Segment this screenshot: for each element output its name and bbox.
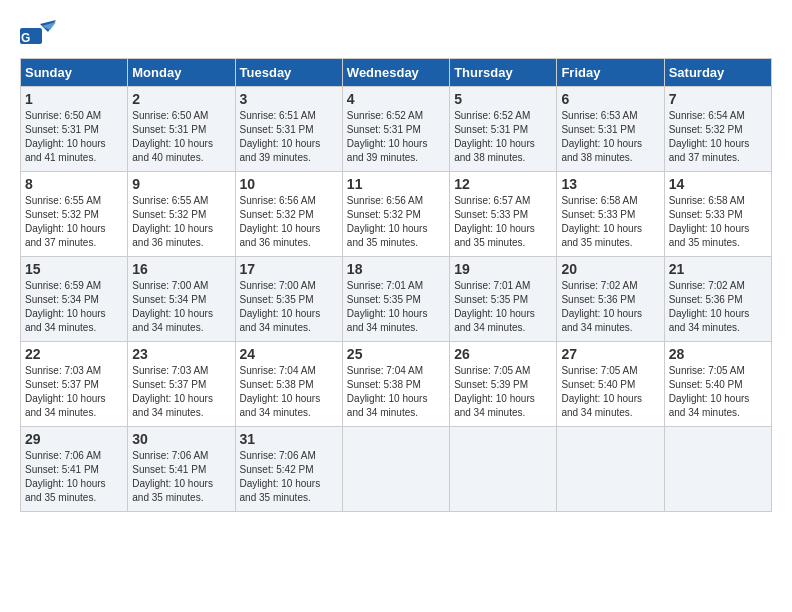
day-number: 19 (454, 261, 552, 277)
calendar-cell: 20 Sunrise: 7:02 AMSunset: 5:36 PMDaylig… (557, 257, 664, 342)
day-number: 15 (25, 261, 123, 277)
calendar-cell: 3 Sunrise: 6:51 AMSunset: 5:31 PMDayligh… (235, 87, 342, 172)
calendar-cell: 4 Sunrise: 6:52 AMSunset: 5:31 PMDayligh… (342, 87, 449, 172)
day-info: Sunrise: 6:58 AMSunset: 5:33 PMDaylight:… (669, 195, 750, 248)
calendar-cell: 23 Sunrise: 7:03 AMSunset: 5:37 PMDaylig… (128, 342, 235, 427)
day-number: 17 (240, 261, 338, 277)
calendar-cell: 30 Sunrise: 7:06 AMSunset: 5:41 PMDaylig… (128, 427, 235, 512)
day-number: 6 (561, 91, 659, 107)
day-number: 20 (561, 261, 659, 277)
day-number: 28 (669, 346, 767, 362)
day-info: Sunrise: 7:06 AMSunset: 5:42 PMDaylight:… (240, 450, 321, 503)
day-number: 16 (132, 261, 230, 277)
day-number: 14 (669, 176, 767, 192)
calendar-cell: 6 Sunrise: 6:53 AMSunset: 5:31 PMDayligh… (557, 87, 664, 172)
calendar-cell: 22 Sunrise: 7:03 AMSunset: 5:37 PMDaylig… (21, 342, 128, 427)
calendar-cell: 17 Sunrise: 7:00 AMSunset: 5:35 PMDaylig… (235, 257, 342, 342)
day-number: 30 (132, 431, 230, 447)
day-info: Sunrise: 7:01 AMSunset: 5:35 PMDaylight:… (347, 280, 428, 333)
day-number: 18 (347, 261, 445, 277)
week-row-1: 1 Sunrise: 6:50 AMSunset: 5:31 PMDayligh… (21, 87, 772, 172)
day-number: 24 (240, 346, 338, 362)
calendar-cell: 14 Sunrise: 6:58 AMSunset: 5:33 PMDaylig… (664, 172, 771, 257)
calendar-cell (450, 427, 557, 512)
logo-icon: G (20, 20, 56, 48)
column-header-monday: Monday (128, 59, 235, 87)
day-number: 3 (240, 91, 338, 107)
calendar-cell (342, 427, 449, 512)
logo: G (20, 20, 60, 48)
day-info: Sunrise: 7:05 AMSunset: 5:40 PMDaylight:… (669, 365, 750, 418)
day-info: Sunrise: 7:00 AMSunset: 5:35 PMDaylight:… (240, 280, 321, 333)
svg-text:G: G (21, 31, 30, 45)
week-row-5: 29 Sunrise: 7:06 AMSunset: 5:41 PMDaylig… (21, 427, 772, 512)
day-number: 2 (132, 91, 230, 107)
calendar-cell: 28 Sunrise: 7:05 AMSunset: 5:40 PMDaylig… (664, 342, 771, 427)
day-info: Sunrise: 6:59 AMSunset: 5:34 PMDaylight:… (25, 280, 106, 333)
day-info: Sunrise: 6:56 AMSunset: 5:32 PMDaylight:… (347, 195, 428, 248)
day-info: Sunrise: 6:57 AMSunset: 5:33 PMDaylight:… (454, 195, 535, 248)
day-number: 12 (454, 176, 552, 192)
calendar-cell: 8 Sunrise: 6:55 AMSunset: 5:32 PMDayligh… (21, 172, 128, 257)
calendar-cell: 25 Sunrise: 7:04 AMSunset: 5:38 PMDaylig… (342, 342, 449, 427)
column-header-tuesday: Tuesday (235, 59, 342, 87)
day-number: 1 (25, 91, 123, 107)
calendar-cell: 13 Sunrise: 6:58 AMSunset: 5:33 PMDaylig… (557, 172, 664, 257)
day-info: Sunrise: 6:56 AMSunset: 5:32 PMDaylight:… (240, 195, 321, 248)
calendar-cell (557, 427, 664, 512)
day-info: Sunrise: 7:00 AMSunset: 5:34 PMDaylight:… (132, 280, 213, 333)
week-row-3: 15 Sunrise: 6:59 AMSunset: 5:34 PMDaylig… (21, 257, 772, 342)
calendar-cell: 24 Sunrise: 7:04 AMSunset: 5:38 PMDaylig… (235, 342, 342, 427)
day-number: 29 (25, 431, 123, 447)
week-row-4: 22 Sunrise: 7:03 AMSunset: 5:37 PMDaylig… (21, 342, 772, 427)
day-number: 23 (132, 346, 230, 362)
day-info: Sunrise: 6:52 AMSunset: 5:31 PMDaylight:… (454, 110, 535, 163)
day-number: 21 (669, 261, 767, 277)
calendar-cell: 27 Sunrise: 7:05 AMSunset: 5:40 PMDaylig… (557, 342, 664, 427)
header-row: SundayMondayTuesdayWednesdayThursdayFrid… (21, 59, 772, 87)
header: G (20, 20, 772, 48)
calendar-cell: 12 Sunrise: 6:57 AMSunset: 5:33 PMDaylig… (450, 172, 557, 257)
calendar-cell: 11 Sunrise: 6:56 AMSunset: 5:32 PMDaylig… (342, 172, 449, 257)
day-number: 11 (347, 176, 445, 192)
day-number: 10 (240, 176, 338, 192)
calendar-table: SundayMondayTuesdayWednesdayThursdayFrid… (20, 58, 772, 512)
calendar-cell: 18 Sunrise: 7:01 AMSunset: 5:35 PMDaylig… (342, 257, 449, 342)
calendar-cell: 5 Sunrise: 6:52 AMSunset: 5:31 PMDayligh… (450, 87, 557, 172)
column-header-wednesday: Wednesday (342, 59, 449, 87)
day-number: 27 (561, 346, 659, 362)
day-info: Sunrise: 6:52 AMSunset: 5:31 PMDaylight:… (347, 110, 428, 163)
column-header-saturday: Saturday (664, 59, 771, 87)
day-info: Sunrise: 6:53 AMSunset: 5:31 PMDaylight:… (561, 110, 642, 163)
day-info: Sunrise: 7:01 AMSunset: 5:35 PMDaylight:… (454, 280, 535, 333)
day-number: 22 (25, 346, 123, 362)
day-number: 25 (347, 346, 445, 362)
day-info: Sunrise: 7:04 AMSunset: 5:38 PMDaylight:… (347, 365, 428, 418)
day-number: 7 (669, 91, 767, 107)
calendar-cell: 29 Sunrise: 7:06 AMSunset: 5:41 PMDaylig… (21, 427, 128, 512)
column-header-sunday: Sunday (21, 59, 128, 87)
day-info: Sunrise: 7:02 AMSunset: 5:36 PMDaylight:… (669, 280, 750, 333)
day-number: 9 (132, 176, 230, 192)
calendar-cell: 15 Sunrise: 6:59 AMSunset: 5:34 PMDaylig… (21, 257, 128, 342)
column-header-thursday: Thursday (450, 59, 557, 87)
day-info: Sunrise: 7:05 AMSunset: 5:40 PMDaylight:… (561, 365, 642, 418)
day-info: Sunrise: 7:03 AMSunset: 5:37 PMDaylight:… (25, 365, 106, 418)
day-info: Sunrise: 6:54 AMSunset: 5:32 PMDaylight:… (669, 110, 750, 163)
day-info: Sunrise: 7:04 AMSunset: 5:38 PMDaylight:… (240, 365, 321, 418)
calendar-cell: 1 Sunrise: 6:50 AMSunset: 5:31 PMDayligh… (21, 87, 128, 172)
day-info: Sunrise: 7:06 AMSunset: 5:41 PMDaylight:… (132, 450, 213, 503)
column-header-friday: Friday (557, 59, 664, 87)
day-info: Sunrise: 6:55 AMSunset: 5:32 PMDaylight:… (25, 195, 106, 248)
calendar-cell: 21 Sunrise: 7:02 AMSunset: 5:36 PMDaylig… (664, 257, 771, 342)
day-number: 26 (454, 346, 552, 362)
calendar-cell: 16 Sunrise: 7:00 AMSunset: 5:34 PMDaylig… (128, 257, 235, 342)
day-number: 31 (240, 431, 338, 447)
calendar-cell: 10 Sunrise: 6:56 AMSunset: 5:32 PMDaylig… (235, 172, 342, 257)
day-number: 5 (454, 91, 552, 107)
day-info: Sunrise: 7:03 AMSunset: 5:37 PMDaylight:… (132, 365, 213, 418)
calendar-cell: 26 Sunrise: 7:05 AMSunset: 5:39 PMDaylig… (450, 342, 557, 427)
day-info: Sunrise: 6:50 AMSunset: 5:31 PMDaylight:… (25, 110, 106, 163)
day-info: Sunrise: 7:02 AMSunset: 5:36 PMDaylight:… (561, 280, 642, 333)
day-number: 8 (25, 176, 123, 192)
